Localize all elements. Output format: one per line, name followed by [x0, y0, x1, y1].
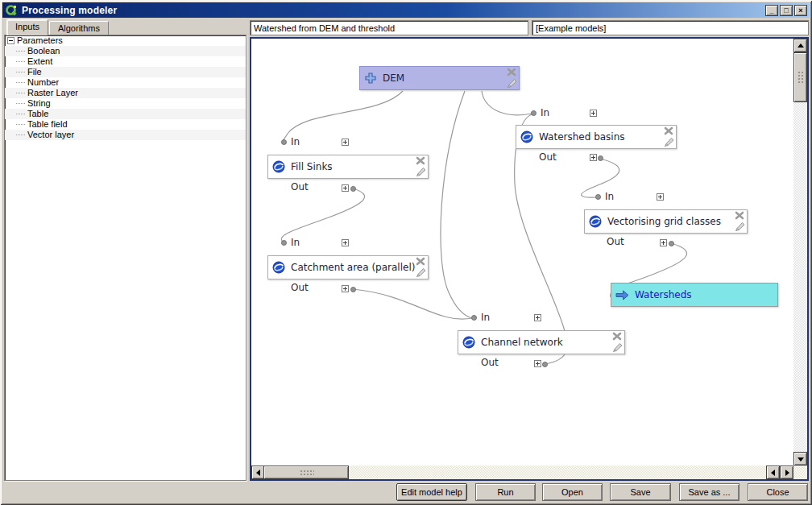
output-arrow-icon: [615, 290, 629, 300]
port-in-label: In: [481, 312, 490, 323]
port-in-label: In: [605, 191, 614, 202]
tree-item-raster-layer[interactable]: Raster Layer: [5, 88, 246, 98]
processing-modeler-window: { "window": { "title": "Processing model…: [0, 0, 812, 505]
node-watersheds-output[interactable]: Watersheds: [611, 283, 778, 307]
horizontal-scrollbar[interactable]: [251, 466, 807, 479]
close-button[interactable]: ×: [794, 5, 807, 16]
connection-dem-fill-sinks: [282, 91, 403, 143]
tree-item-table[interactable]: Table: [5, 109, 246, 119]
model-group-input[interactable]: [532, 20, 809, 35]
scroll-left-button-right-end[interactable]: [766, 466, 780, 479]
node-title: Vectorising grid classes: [607, 216, 721, 227]
port-out-anchor: [350, 186, 356, 192]
tree-item-boolean[interactable]: Boolean: [5, 46, 246, 56]
port-in-anchor: [471, 315, 477, 321]
vertical-scrollbar[interactable]: [793, 39, 807, 466]
node-title: Watershed basins: [539, 131, 625, 143]
expand-outputs-button[interactable]: [342, 285, 349, 292]
port-in-label: In: [541, 107, 549, 118]
node-catchment-area[interactable]: Catchment area (parallel): [267, 255, 429, 279]
connection-fill-sinks-catchment-area: [281, 188, 364, 242]
port-in-anchor: [281, 240, 287, 246]
edit-icon[interactable]: [416, 167, 426, 177]
node-title: Channel network: [481, 337, 563, 348]
tree-item-file[interactable]: File: [5, 67, 246, 77]
tree-item-number[interactable]: Number: [5, 77, 246, 88]
title-bar[interactable]: Processing modeler _ □ ×: [2, 2, 810, 18]
port-out-anchor: [350, 287, 356, 292]
saga-algorithm-icon: [462, 336, 475, 349]
expand-inputs-button[interactable]: [342, 239, 349, 246]
expand-inputs-button[interactable]: [342, 139, 349, 146]
tree-item-parameters[interactable]: Parameters: [5, 35, 246, 46]
node-vectorising-grid-classes[interactable]: Vectorising grid classes: [584, 209, 748, 234]
port-out-label: Out: [607, 236, 624, 247]
expand-outputs-button[interactable]: [342, 184, 349, 192]
delete-icon[interactable]: [612, 332, 622, 341]
delete-icon[interactable]: [735, 211, 744, 220]
scroll-up-button[interactable]: [793, 39, 807, 52]
expand-inputs-button[interactable]: [534, 314, 541, 321]
connection-catchment-area-channel-network: [353, 289, 472, 319]
node-dem[interactable]: DEM: [359, 66, 520, 90]
model-name-input[interactable]: [250, 20, 528, 35]
tab-inputs[interactable]: Inputs: [6, 19, 48, 35]
inputs-tree: Parameters Boolean Extent File Number Ra…: [4, 35, 246, 481]
delete-icon[interactable]: [416, 156, 425, 165]
close-dialog-button[interactable]: Close: [748, 483, 808, 501]
collapse-icon[interactable]: [7, 37, 14, 44]
tree-item-extent[interactable]: Extent: [5, 56, 246, 67]
port-out-label: Out: [291, 181, 309, 192]
port-in-anchor: [595, 194, 601, 200]
connection-dem-channel-network: [441, 91, 472, 318]
expand-inputs-button[interactable]: [657, 193, 664, 201]
edit-model-help-button[interactable]: Edit model help: [396, 483, 467, 501]
maximize-button[interactable]: □: [780, 5, 793, 16]
expand-outputs-button[interactable]: [660, 239, 667, 246]
port-in-anchor: [531, 110, 536, 116]
connection-dem-watershed-basins: [482, 91, 532, 115]
port-out-label: Out: [291, 282, 309, 293]
edit-icon[interactable]: [507, 78, 517, 89]
horizontal-scroll-thumb[interactable]: [263, 466, 349, 479]
node-channel-network[interactable]: Channel network: [458, 330, 625, 354]
port-out-anchor: [542, 362, 548, 367]
node-title: Watersheds: [635, 289, 692, 300]
tree-item-vector-layer[interactable]: Vector layer: [5, 130, 246, 140]
expand-outputs-button[interactable]: [590, 154, 597, 161]
window-title: Processing modeler: [22, 5, 117, 16]
expand-outputs-button[interactable]: [534, 360, 541, 367]
run-button[interactable]: Run: [475, 483, 536, 501]
model-canvas[interactable]: DEM In Fill Sinks Out In Watershed bas: [250, 37, 809, 481]
port-in-label: In: [291, 237, 300, 248]
tree-item-string[interactable]: String: [5, 98, 246, 109]
scroll-down-button[interactable]: [793, 452, 807, 466]
node-title: Fill Sinks: [291, 161, 333, 172]
edit-icon[interactable]: [612, 342, 623, 353]
edit-icon[interactable]: [735, 221, 745, 232]
scroll-right-button[interactable]: [780, 466, 793, 479]
edit-icon[interactable]: [416, 267, 426, 278]
saga-algorithm-icon: [272, 261, 285, 274]
open-button[interactable]: Open: [542, 483, 603, 501]
tab-algorithms[interactable]: Algorithms: [49, 21, 109, 35]
save-button[interactable]: Save: [610, 483, 671, 501]
port-out-anchor: [598, 155, 603, 161]
qgis-logo-icon: [5, 4, 18, 17]
delete-icon[interactable]: [507, 68, 516, 77]
saga-algorithm-icon: [589, 215, 602, 228]
node-watershed-basins[interactable]: Watershed basins: [516, 125, 677, 149]
delete-icon[interactable]: [664, 126, 673, 135]
minimize-button[interactable]: _: [765, 5, 778, 16]
left-panel-tabs: Inputs Algorithms: [6, 20, 110, 35]
node-title: DEM: [383, 72, 404, 84]
delete-icon[interactable]: [416, 257, 425, 266]
saga-algorithm-icon: [272, 160, 285, 173]
node-fill-sinks[interactable]: Fill Sinks: [267, 155, 429, 179]
save-as-button[interactable]: Save as ...: [679, 483, 740, 501]
edit-icon[interactable]: [664, 137, 674, 147]
expand-inputs-button[interactable]: [590, 110, 597, 117]
node-title: Catchment area (parallel): [291, 262, 415, 273]
vertical-scroll-thumb[interactable]: [793, 52, 807, 102]
tree-item-table-field[interactable]: Table field: [5, 119, 246, 130]
